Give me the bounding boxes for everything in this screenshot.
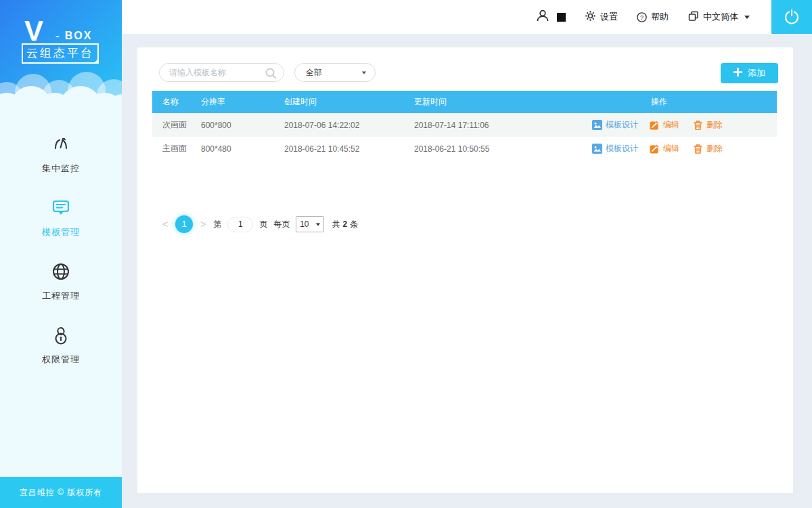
prev-page-arrow[interactable]: < <box>161 219 169 230</box>
sidebar-item-label: 权限管理 <box>42 354 80 366</box>
column-header-actions: 操作 <box>592 96 777 108</box>
template-chat-icon <box>51 197 71 219</box>
cell-updated: 2018-06-21 10:50:55 <box>414 144 592 154</box>
template-design-label: 模板设计 <box>606 119 638 131</box>
cell-name: 次画面 <box>152 119 201 131</box>
help-label: 帮助 <box>651 11 669 23</box>
chevron-down-icon <box>362 71 366 74</box>
clouds-decoration <box>0 75 122 125</box>
language-icon <box>687 10 699 24</box>
column-header-resolution: 分辨率 <box>201 96 284 108</box>
gear-icon <box>585 10 596 24</box>
page-suffix-label: 页 <box>259 219 267 230</box>
add-button[interactable]: 添加 <box>721 63 778 83</box>
topbar-right: 设置 ? 帮助 中文简体 <box>535 0 750 34</box>
search-input[interactable] <box>169 64 264 81</box>
cell-actions: 模板设计 编辑 <box>592 119 777 131</box>
search-icon[interactable] <box>265 67 277 82</box>
template-design-link[interactable]: 模板设计 <box>592 119 638 131</box>
add-button-label: 添加 <box>748 67 765 79</box>
sidebar-item-monitoring[interactable]: 集中监控 <box>0 125 122 189</box>
page-number-input[interactable] <box>227 217 253 232</box>
user-icon <box>535 8 550 26</box>
cell-resolution: 600*800 <box>201 121 284 130</box>
edit-link[interactable]: 编辑 <box>650 119 679 131</box>
svg-text:?: ? <box>640 14 644 20</box>
help-button[interactable]: ? 帮助 <box>637 11 669 23</box>
total-count-value: 2 <box>342 219 347 229</box>
table-row: 主画面 800*480 2018-06-21 10:45:52 2018-06-… <box>152 137 777 161</box>
page-prefix-label: 第 <box>213 219 221 230</box>
sidebar: V - BOX 云组态平台 <box>0 0 122 508</box>
cell-resolution: 800*480 <box>201 144 284 154</box>
edit-label: 编辑 <box>663 119 679 131</box>
language-label: 中文简体 <box>703 11 738 23</box>
pagination: < 1 > 第 页 每页 10 共 2 条 <box>161 215 358 233</box>
app-root: V - BOX 云组态平台 <box>0 0 812 508</box>
cell-name: 主画面 <box>152 143 201 154</box>
delete-label: 删除 <box>706 119 723 131</box>
edit-link[interactable]: 编辑 <box>650 143 679 154</box>
trash-icon <box>693 120 703 130</box>
cell-updated: 2018-07-14 17:11:06 <box>414 121 592 130</box>
cell-actions: 模板设计 编辑 <box>592 143 777 154</box>
trash-icon <box>693 144 703 154</box>
user-group[interactable] <box>535 8 566 26</box>
logo-block: V - BOX 云组态平台 <box>0 0 122 125</box>
plus-icon <box>734 68 742 79</box>
chevron-down-icon <box>315 223 319 226</box>
cell-created: 2018-07-06 14:22:02 <box>284 121 414 130</box>
edit-label: 编辑 <box>663 143 679 154</box>
main-panel: 全部 添加 名称 分辨率 创建时间 更新时间 操作 <box>137 47 793 493</box>
current-page-button[interactable]: 1 <box>175 215 193 233</box>
template-design-label: 模板设计 <box>606 143 638 154</box>
edit-pencil-icon <box>650 144 660 154</box>
logo-notch <box>93 58 99 64</box>
table-header: 名称 分辨率 创建时间 更新时间 操作 <box>152 91 777 113</box>
delete-link[interactable]: 删除 <box>693 143 723 154</box>
language-selector[interactable]: 中文简体 <box>687 10 750 24</box>
sidebar-item-templates[interactable]: 模板管理 <box>0 189 122 253</box>
template-table: 名称 分辨率 创建时间 更新时间 操作 次画面 600*800 2018-07-… <box>152 91 777 161</box>
table-row: 次画面 600*800 2018-07-06 14:22:02 2018-07-… <box>152 113 777 137</box>
logout-power-button[interactable] <box>771 0 812 34</box>
toolbar: 全部 添加 <box>137 47 793 91</box>
image-icon <box>592 120 602 130</box>
sidebar-item-label: 模板管理 <box>42 226 80 238</box>
settings-button[interactable]: 设置 <box>585 10 618 24</box>
total-prefix: 共 <box>332 219 340 230</box>
cell-created: 2018-06-21 10:45:52 <box>284 144 414 154</box>
column-header-name: 名称 <box>152 96 201 108</box>
lock-icon <box>51 324 71 346</box>
logo-suffix: - BOX <box>55 30 92 42</box>
next-page-arrow[interactable]: > <box>199 219 207 230</box>
sidebar-item-label: 集中监控 <box>42 163 80 175</box>
template-search <box>159 63 284 82</box>
username-redacted-block <box>557 13 566 22</box>
sidebar-item-projects[interactable]: 工程管理 <box>0 253 122 316</box>
delete-label: 删除 <box>706 143 723 154</box>
topbar: 设置 ? 帮助 中文简体 <box>122 0 812 34</box>
per-page-value: 10 <box>300 219 309 229</box>
image-icon <box>592 144 602 154</box>
chevron-down-icon <box>744 16 750 19</box>
power-icon <box>784 8 800 26</box>
per-page-label: 每页 <box>273 219 290 230</box>
filter-value: 全部 <box>306 67 322 79</box>
logo-subtitle: 云组态平台 <box>22 43 99 64</box>
per-page-select[interactable]: 10 <box>296 216 324 232</box>
sidebar-menu: 集中监控 模板管理 <box>0 125 122 380</box>
settings-label: 设置 <box>600 11 618 23</box>
sidebar-item-permissions[interactable]: 权限管理 <box>0 316 122 380</box>
template-design-link[interactable]: 模板设计 <box>592 143 638 154</box>
column-header-updated: 更新时间 <box>414 96 592 108</box>
delete-link[interactable]: 删除 <box>693 119 723 131</box>
globe-icon <box>51 261 71 282</box>
logo-letter: V <box>24 15 43 47</box>
help-icon: ? <box>637 12 647 22</box>
column-header-created: 创建时间 <box>284 96 414 108</box>
copyright-footer: 宜昌维控 © 版权所有 <box>0 477 122 508</box>
sidebar-item-label: 工程管理 <box>42 290 80 302</box>
filter-dropdown[interactable]: 全部 <box>294 63 376 82</box>
edit-pencil-icon <box>650 120 660 130</box>
